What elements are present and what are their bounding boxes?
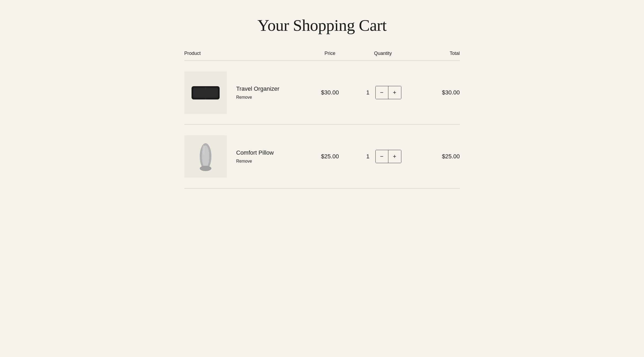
table-row: Travel Organizer Remove $30.00 1 − + $30…: [184, 61, 460, 125]
cart-table-header: Product Price Quantity Total: [184, 51, 460, 61]
price-travel-organizer: $30.00: [306, 89, 354, 96]
product-info-comfort-pillow: Comfort Pillow Remove: [236, 149, 274, 164]
header-price: Price: [306, 51, 354, 56]
quantity-cell-comfort-pillow: 1 − +: [354, 150, 412, 163]
product-info-travel-organizer: Travel Organizer Remove: [236, 85, 279, 100]
increase-quantity-travel-organizer[interactable]: +: [388, 86, 401, 99]
cart-table: Product Price Quantity Total Travel Orga…: [184, 51, 460, 189]
product-image-travel-organizer: [184, 71, 227, 114]
svg-point-5: [200, 166, 211, 171]
quantity-controls-travel-organizer: − +: [375, 86, 401, 99]
comfort-pillow-svg: [195, 142, 216, 171]
product-cell-comfort-pillow: Comfort Pillow Remove: [184, 135, 306, 178]
product-cell-travel-organizer: Travel Organizer Remove: [184, 71, 306, 114]
header-total: Total: [412, 51, 460, 56]
remove-button-travel-organizer[interactable]: Remove: [236, 95, 279, 100]
table-row: Comfort Pillow Remove $25.00 1 − + $25.0…: [184, 125, 460, 189]
page-container: Your Shopping Cart Product Price Quantit…: [163, 16, 481, 189]
header-quantity: Quantity: [354, 51, 412, 56]
product-name-travel-organizer: Travel Organizer: [236, 85, 279, 92]
svg-point-6: [202, 145, 205, 155]
total-travel-organizer: $30.00: [412, 89, 460, 96]
total-comfort-pillow: $25.00: [412, 153, 460, 160]
decrease-quantity-comfort-pillow[interactable]: −: [376, 150, 388, 163]
quantity-value-travel-organizer: 1: [365, 89, 371, 96]
product-name-comfort-pillow: Comfort Pillow: [236, 149, 274, 156]
quantity-value-comfort-pillow: 1: [365, 153, 371, 160]
decrease-quantity-travel-organizer[interactable]: −: [376, 86, 388, 99]
travel-organizer-svg: [191, 84, 220, 101]
header-product: Product: [184, 51, 306, 56]
price-comfort-pillow: $25.00: [306, 153, 354, 160]
page-title: Your Shopping Cart: [184, 16, 460, 35]
quantity-controls-comfort-pillow: − +: [375, 150, 401, 163]
quantity-cell-travel-organizer: 1 − +: [354, 86, 412, 99]
remove-button-comfort-pillow[interactable]: Remove: [236, 159, 274, 164]
increase-quantity-comfort-pillow[interactable]: +: [388, 150, 401, 163]
product-image-comfort-pillow: [184, 135, 227, 178]
